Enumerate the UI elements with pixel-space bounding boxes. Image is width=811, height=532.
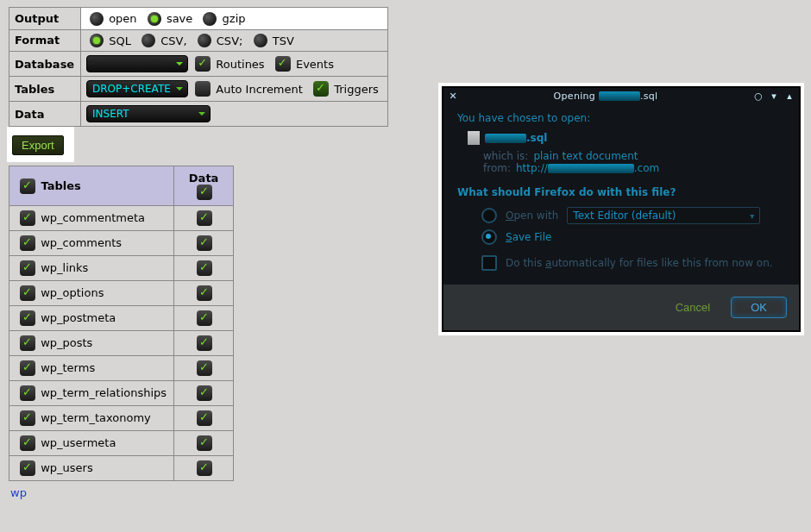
triggers-checkbox[interactable] [313,81,329,97]
data-checkbox[interactable] [197,385,212,401]
table-row: wp_usermeta [9,431,234,456]
table-row: wp_postmeta [9,306,234,331]
tables-list: Tables Data wp_commentmeta wp_comments w… [9,166,234,481]
events-checkbox[interactable] [275,56,291,72]
select-all-data-checkbox[interactable] [197,185,212,200]
from-label: from: [483,162,511,174]
format-csvs-label[interactable]: CSV; [217,34,243,47]
dialog-titlebar[interactable]: ✕ Opening .sql ○ ▾ ▴ [443,88,799,103]
table-row: wp_options [9,281,234,306]
table-row: wp_commentmeta [9,206,234,231]
format-label: Format [9,29,81,52]
format-radio-tsv[interactable] [254,34,267,47]
format-options: SQL CSV, CSV; TSV [81,29,388,52]
close-icon[interactable]: ✕ [447,90,459,102]
output-radio-open[interactable] [90,12,104,26]
data-checkbox[interactable] [197,210,212,226]
table-checkbox[interactable] [20,410,35,426]
open-with-radio[interactable] [481,208,497,223]
table-name: wp_comments [41,236,122,249]
data-checkbox[interactable] [197,285,212,301]
from-value: http://.com [516,162,659,174]
database-select[interactable]: . [86,55,188,72]
tables-select[interactable]: DROP+CREATE [86,80,188,97]
maximize-icon[interactable]: ▾ [768,90,780,102]
table-name: wp_terms [41,361,95,374]
auto-checkbox[interactable] [481,255,497,271]
table-checkbox[interactable] [20,260,35,276]
export-button[interactable]: Export [12,135,64,155]
table-checkbox[interactable] [20,235,35,251]
data-checkbox[interactable] [197,260,212,276]
data-checkbox[interactable] [197,235,212,251]
dialog-title: Opening .sql [462,91,749,102]
data-checkbox[interactable] [197,360,212,376]
open-with-label: Open with [506,210,558,222]
save-file-choice[interactable]: Save File [481,229,787,245]
cancel-button[interactable]: Cancel [670,297,715,318]
open-with-select[interactable]: Text Editor (default) [567,207,760,224]
table-checkbox[interactable] [20,360,35,376]
output-radio-gzip[interactable] [203,12,217,26]
save-file-radio[interactable] [481,229,497,245]
minimize-icon[interactable]: ○ [752,90,764,102]
table-name: wp_users [41,461,93,474]
auto-choice[interactable]: Do this automatically for files like thi… [481,255,787,271]
tables-header: Tables [9,166,174,206]
table-row: wp_term_taxonomy [9,406,234,431]
table-checkbox[interactable] [20,210,35,226]
which-is-value: plain text document [533,150,638,162]
dialog-question: What should Firefox do with this file? [457,186,787,198]
which-is-label: which is: [483,150,528,162]
table-name: wp_postmeta [41,311,116,324]
table-checkbox[interactable] [20,285,35,301]
format-radio-csv-comma[interactable] [141,34,155,47]
data-checkbox[interactable] [197,410,212,426]
ok-button[interactable]: OK [731,297,787,318]
table-name: wp_term_taxonomy [41,411,151,424]
auto-increment-label[interactable]: Auto Increment [216,83,303,96]
table-name: wp_posts [41,336,92,349]
format-sql-label[interactable]: SQL [109,34,131,47]
events-label[interactable]: Events [296,58,334,71]
table-checkbox[interactable] [20,460,35,476]
tables-label: Tables [9,77,81,102]
output-open-label[interactable]: open [109,12,136,25]
open-with-choice[interactable]: Open with Text Editor (default) [481,207,787,224]
table-name: wp_term_relationships [41,386,167,399]
data-checkbox[interactable] [197,435,212,451]
shade-icon[interactable]: ▴ [783,90,795,102]
format-radio-sql[interactable] [90,34,104,47]
routines-checkbox[interactable] [195,56,211,72]
auto-label: Do this automatically for files like thi… [506,257,773,269]
table-checkbox[interactable] [20,310,35,326]
tables-header-label: Tables [41,178,81,191]
data-checkbox[interactable] [197,335,212,351]
output-label: Output [9,8,81,30]
table-checkbox[interactable] [20,385,35,401]
db-link[interactable]: wp [10,486,27,499]
select-all-tables-checkbox[interactable] [20,178,35,194]
table-row: wp_terms [9,356,234,381]
output-options: open save gzip [81,8,388,30]
table-checkbox[interactable] [20,435,35,451]
table-checkbox[interactable] [20,335,35,351]
format-tsv-label[interactable]: TSV [273,34,294,47]
dialog-buttons: Cancel OK [443,285,799,330]
download-dialog: ✕ Opening .sql ○ ▾ ▴ You have chosen to … [442,86,801,332]
output-radio-save[interactable] [148,12,161,26]
routines-label[interactable]: Routines [216,58,264,71]
data-select[interactable]: INSERT [86,105,211,122]
data-checkbox[interactable] [197,460,212,476]
data-header-label: Data [189,172,219,185]
table-row: wp_term_relationships [9,381,234,406]
format-csvc-label[interactable]: CSV, [160,34,186,47]
triggers-label[interactable]: Triggers [334,83,379,96]
format-radio-csv-semi[interactable] [198,34,211,47]
table-name: wp_links [41,261,88,274]
file-icon [468,131,480,145]
auto-increment-checkbox[interactable] [195,81,211,97]
data-checkbox[interactable] [197,310,212,326]
output-save-label[interactable]: save [167,12,192,25]
output-gzip-label[interactable]: gzip [223,12,246,25]
